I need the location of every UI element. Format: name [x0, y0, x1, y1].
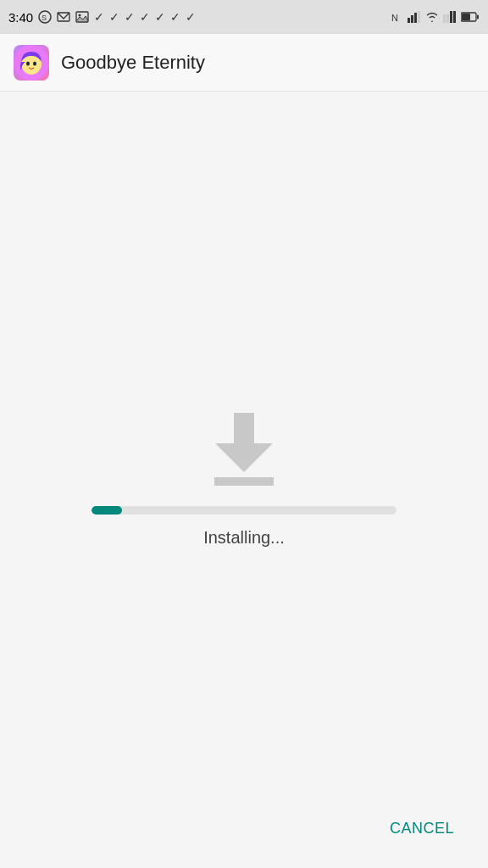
- cancel-button[interactable]: CANCEL: [376, 810, 468, 848]
- svg-point-4: [79, 14, 81, 17]
- check2-icon: ✓: [109, 10, 119, 24]
- status-bar-left: 3:40 S ✓ ✓ ✓ ✓ ✓ ✓ ✓: [8, 10, 196, 25]
- signal-strength-icon: [443, 11, 457, 23]
- svg-rect-6: [408, 18, 410, 23]
- check5-icon: ✓: [155, 10, 165, 24]
- download-icon: [214, 413, 274, 472]
- svg-point-20: [33, 61, 36, 65]
- check7-icon: ✓: [186, 10, 196, 24]
- svg-rect-8: [414, 13, 417, 23]
- svg-point-19: [26, 61, 30, 65]
- svg-text:S: S: [42, 14, 47, 22]
- app-title: Goodbye Eternity: [61, 52, 205, 74]
- svg-rect-7: [411, 15, 413, 23]
- svg-rect-16: [477, 15, 479, 19]
- arrow-shaft: [234, 413, 254, 443]
- svg-rect-10: [443, 14, 446, 23]
- status-bar-right: N: [391, 11, 480, 23]
- progress-container: [92, 506, 396, 515]
- progress-track: [92, 506, 396, 515]
- mail-icon: [57, 10, 70, 24]
- check3-icon: ✓: [125, 10, 135, 24]
- svg-rect-13: [453, 11, 456, 23]
- main-content: Installing... CANCEL: [0, 92, 488, 868]
- svg-rect-9: [418, 11, 420, 23]
- download-icon-container: [214, 413, 274, 486]
- skype-icon: S: [38, 10, 52, 24]
- app-bar: Goodbye Eternity: [0, 34, 488, 92]
- progress-fill: [92, 506, 122, 515]
- check1-icon: ✓: [94, 10, 104, 24]
- arrow-base: [214, 477, 274, 486]
- app-icon: [14, 45, 49, 81]
- svg-text:N: N: [391, 13, 398, 23]
- check4-icon: ✓: [140, 10, 150, 24]
- nfc-icon: N: [391, 11, 403, 23]
- battery-icon: [461, 12, 480, 22]
- wifi-icon: [425, 12, 439, 22]
- status-bar: 3:40 S ✓ ✓ ✓ ✓ ✓ ✓ ✓ N: [0, 0, 488, 34]
- svg-rect-15: [462, 14, 470, 20]
- status-time: 3:40: [8, 10, 33, 25]
- arrow-head: [215, 443, 273, 472]
- svg-rect-11: [446, 14, 449, 23]
- check6-icon: ✓: [170, 10, 180, 24]
- svg-rect-12: [450, 11, 452, 23]
- signal-icon: [408, 11, 421, 23]
- install-status-text: Installing...: [203, 528, 285, 548]
- image-icon: [75, 10, 89, 24]
- cancel-label: CANCEL: [390, 820, 454, 837]
